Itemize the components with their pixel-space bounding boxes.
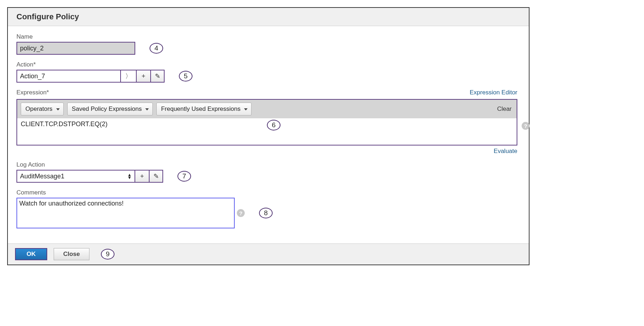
expression-label: Expression* [16,89,49,96]
dialog-footer: OK Close 9 [8,243,529,265]
expression-editor-link[interactable]: Expression Editor [470,89,517,96]
ok-button[interactable]: OK [15,248,47,260]
log-action-label: Log Action [16,161,520,168]
help-icon[interactable]: ? [522,122,530,130]
log-action-select[interactable]: AuditMessage1 ▲▼ [16,170,135,183]
expression-toolbar: Operators Saved Policy Expressions Frequ… [17,100,517,118]
close-button[interactable]: Close [54,248,89,260]
action-edit-button[interactable]: ✎ [150,70,165,83]
help-icon[interactable]: ? [237,209,245,217]
action-add-button[interactable]: + [136,70,150,83]
callout-4: 4 [150,43,163,54]
log-action-value: AuditMessage1 [20,173,64,180]
callout-8: 8 [259,208,273,218]
action-input[interactable] [16,70,120,83]
action-expand-button[interactable]: 〉 [120,70,136,83]
pencil-icon: ✎ [155,72,160,80]
callout-7: 7 [177,171,191,182]
saved-expressions-dropdown[interactable]: Saved Policy Expressions [67,103,153,115]
dialog-title: Configure Policy [16,12,520,21]
expression-text[interactable]: CLIENT.TCP.DSTPORT.EQ(2) [17,118,517,145]
name-block: Name 4 [16,33,520,55]
comments-block: Comments ? 8 [16,189,520,228]
action-label: Action* [16,61,520,68]
expression-box: Operators Saved Policy Expressions Frequ… [16,99,517,145]
callout-9: 9 [101,249,114,260]
expression-block: Expression* Expression Editor Operators … [16,89,520,155]
clear-link[interactable]: Clear [497,105,512,113]
name-label: Name [16,33,520,40]
log-action-block: Log Action AuditMessage1 ▲▼ + ✎ 7 [16,161,520,183]
dialog-window: Configure Policy Name 4 Action* 〉 + [7,7,530,265]
evaluate-link[interactable]: Evaluate [494,148,517,154]
pencil-icon: ✎ [153,172,159,180]
updown-icon: ▲▼ [127,173,132,179]
chevron-right-icon: 〉 [125,72,132,80]
name-input[interactable] [16,42,135,55]
form-area: Name 4 Action* 〉 + ✎ 5 [8,26,529,243]
log-action-add-button[interactable]: + [135,170,149,183]
plus-icon: + [142,73,146,80]
callout-5: 5 [179,71,192,82]
plus-icon: + [140,173,144,180]
operators-dropdown[interactable]: Operators [21,103,64,115]
titlebar: Configure Policy [8,8,529,26]
log-action-edit-button[interactable]: ✎ [149,170,163,183]
comments-textarea[interactable] [16,198,235,228]
callout-6: 6 [267,120,280,130]
comments-label: Comments [16,189,520,196]
frequent-expressions-dropdown[interactable]: Frequently Used Expressions [156,103,252,115]
action-block: Action* 〉 + ✎ 5 [16,61,520,83]
